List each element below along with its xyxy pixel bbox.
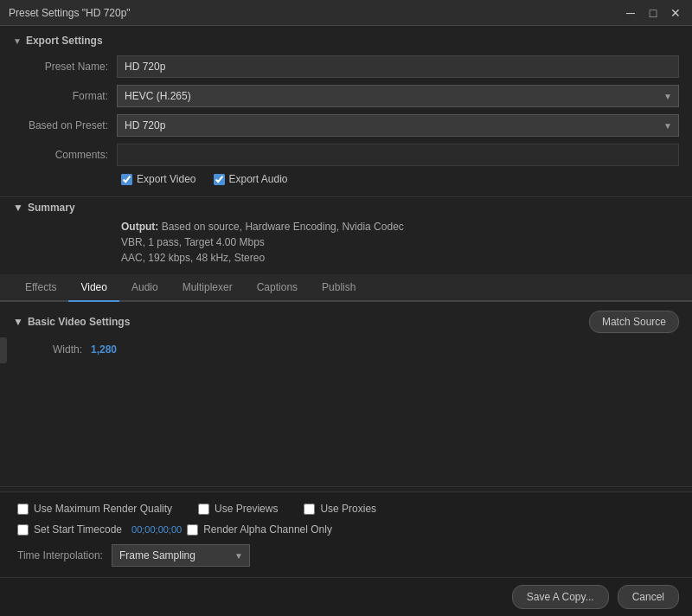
format-select[interactable]: HEVC (H.265) H.264 AVI QuickTime: [117, 85, 679, 107]
width-label: Width:: [13, 343, 82, 356]
based-on-preset-label: Based on Preset:: [13, 119, 117, 132]
format-label: Format:: [13, 90, 117, 102]
export-settings-section: ▼ Export Settings Preset Name: Format: H…: [0, 26, 692, 197]
summary-line2: VBR, 1 pass, Target 4.00 Mbps: [121, 236, 265, 248]
options-grid: Use Maximum Render Quality Use Previews …: [17, 503, 675, 536]
basic-video-label: Basic Video Settings: [28, 316, 130, 328]
comments-input[interactable]: [117, 144, 679, 166]
render-alpha-text: Render Alpha Channel Only: [203, 523, 332, 536]
export-settings-label: Export Settings: [26, 35, 103, 47]
minimize-button[interactable]: ─: [623, 5, 638, 21]
bottom-buttons-bar: Save A Copy... Cancel: [0, 577, 692, 616]
use-max-render-quality-label[interactable]: Use Maximum Render Quality: [17, 503, 172, 515]
export-audio-label[interactable]: Export Audio: [214, 173, 288, 185]
summary-line1: Based on source, Hardware Encoding, Nvid…: [162, 221, 404, 233]
use-previews-checkbox[interactable]: [198, 504, 209, 515]
use-previews-text: Use Previews: [215, 503, 278, 515]
export-video-checkbox[interactable]: [121, 174, 132, 185]
tab-multiplexer[interactable]: Multiplexer: [170, 274, 245, 302]
export-audio-text: Export Audio: [229, 173, 288, 185]
set-start-timecode-label[interactable]: Set Start Timecode: [17, 523, 122, 536]
comments-row: Comments:: [13, 144, 679, 166]
based-on-preset-select[interactable]: HD 720p HD 1080p 4K Custom: [117, 114, 679, 137]
set-start-timecode-checkbox[interactable]: [17, 524, 29, 536]
time-interpolation-select-wrapper: Frame Sampling Frame Blending Optical Fl…: [112, 544, 250, 567]
based-on-preset-select-wrapper: HD 720p HD 1080p 4K Custom ▼: [117, 114, 679, 137]
tabs-bar: Effects Video Audio Multiplexer Captions…: [0, 274, 692, 302]
summary-line3: AAC, 192 kbps, 48 kHz, Stereo: [121, 252, 265, 264]
save-copy-button[interactable]: Save A Copy...: [512, 585, 609, 609]
render-alpha-label[interactable]: Render Alpha Channel Only: [187, 523, 332, 536]
export-video-label[interactable]: Export Video: [121, 173, 196, 185]
use-proxies-label[interactable]: Use Proxies: [304, 503, 376, 515]
time-interpolation-label: Time Interpolation:: [17, 549, 103, 561]
main-content: ▼ Export Settings Preset Name: Format: H…: [0, 26, 692, 616]
time-interpolation-row: Time Interpolation: Frame Sampling Frame…: [17, 544, 675, 567]
tab-audio[interactable]: Audio: [119, 274, 170, 302]
render-alpha-checkbox[interactable]: [187, 524, 198, 536]
summary-content: Output: Based on source, Hardware Encodi…: [13, 219, 679, 266]
tab-captions[interactable]: Captions: [245, 274, 310, 302]
preset-name-label: Preset Name:: [13, 61, 117, 73]
summary-arrow-icon: ▼: [13, 202, 23, 214]
tab-effects[interactable]: Effects: [13, 274, 68, 302]
set-start-timecode-text: Set Start Timecode: [34, 523, 122, 536]
cancel-button[interactable]: Cancel: [618, 585, 679, 609]
divider: [0, 486, 692, 487]
close-button[interactable]: ✕: [668, 5, 683, 21]
use-previews-label[interactable]: Use Previews: [198, 503, 278, 515]
maximize-button[interactable]: □: [645, 5, 661, 21]
comments-label: Comments:: [13, 149, 117, 161]
based-on-preset-row: Based on Preset: HD 720p HD 1080p 4K Cus…: [13, 114, 679, 137]
use-proxies-checkbox[interactable]: [304, 504, 315, 515]
summary-header: ▼ Summary: [13, 202, 679, 214]
export-video-text: Export Video: [137, 173, 196, 185]
tab-video[interactable]: Video: [68, 274, 119, 302]
use-max-render-quality-checkbox[interactable]: [17, 504, 29, 515]
export-audio-checkbox[interactable]: [214, 174, 225, 185]
preset-name-input[interactable]: [117, 55, 679, 78]
left-accent-stripe: [0, 337, 7, 363]
window-controls: ─ □ ✕: [623, 5, 683, 21]
preset-name-row: Preset Name:: [13, 55, 679, 78]
match-source-button[interactable]: Match Source: [589, 311, 679, 333]
bottom-options: Use Maximum Render Quality Use Previews …: [0, 491, 692, 577]
format-row: Format: HEVC (H.265) H.264 AVI QuickTime…: [13, 85, 679, 107]
tab-publish[interactable]: Publish: [310, 274, 368, 302]
basic-video-arrow-icon: ▼: [13, 316, 23, 328]
set-start-timecode-row: Set Start Timecode 00;00;00;00 Render Al…: [17, 523, 332, 536]
basic-video-title: ▼ Basic Video Settings: [13, 316, 130, 328]
width-row: Width: 1,280: [13, 343, 679, 360]
basic-video-header: ▼ Basic Video Settings Match Source: [13, 311, 679, 333]
format-select-wrapper: HEVC (H.265) H.264 AVI QuickTime ▼: [117, 85, 679, 107]
title-bar: Preset Settings "HD 720p" ─ □ ✕: [0, 0, 692, 26]
summary-label: Summary: [28, 202, 75, 214]
timecode-value: 00;00;00;00: [131, 524, 182, 535]
use-max-render-quality-text: Use Maximum Render Quality: [34, 503, 172, 515]
output-label: Output:: [121, 221, 158, 233]
time-interpolation-select[interactable]: Frame Sampling Frame Blending Optical Fl…: [112, 544, 250, 567]
use-proxies-text: Use Proxies: [320, 503, 376, 515]
width-value: 1,280: [91, 343, 117, 356]
window-title: Preset Settings "HD 720p": [9, 7, 131, 19]
export-settings-header: ▼ Export Settings: [13, 35, 679, 47]
video-settings-panel: ▼ Basic Video Settings Match Source Widt…: [0, 302, 692, 482]
summary-section: ▼ Summary Output: Based on source, Hardw…: [0, 197, 692, 274]
export-checkboxes-row: Export Video Export Audio: [13, 173, 679, 185]
export-settings-arrow: ▼: [13, 36, 22, 46]
